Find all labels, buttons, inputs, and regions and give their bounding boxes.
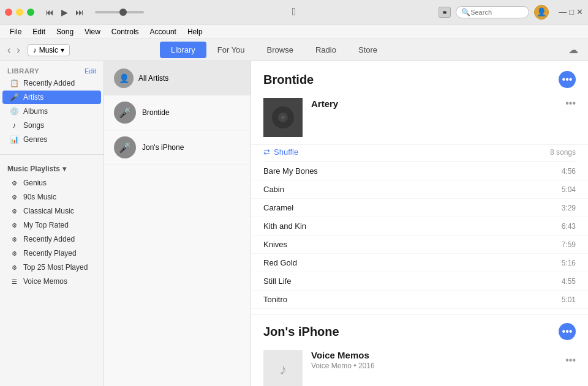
- 90s-music-icon: ⚙: [10, 193, 18, 201]
- close-button[interactable]: [5, 9, 12, 16]
- artery-song-count: 8 songs: [550, 148, 576, 157]
- menu-view[interactable]: View: [80, 26, 105, 37]
- brontide-title: Brontide: [263, 73, 314, 87]
- sidebar-item-classical-music[interactable]: ⚙ Classical Music: [2, 204, 101, 218]
- sidebar-divider: [0, 154, 104, 155]
- albums-icon: 💿: [10, 107, 18, 116]
- sidebar-item-voice-memos[interactable]: ☰ Voice Memos: [2, 275, 101, 288]
- voice-memos-label: Voice Memos: [23, 277, 67, 286]
- sidebar-item-90s-music[interactable]: ⚙ 90s Music: [2, 190, 101, 204]
- back-button[interactable]: ‹: [5, 45, 13, 56]
- song-duration: 7:59: [562, 240, 576, 249]
- sidebar-item-top-25[interactable]: ⚙ Top 25 Most Played: [2, 261, 101, 274]
- rewind-button[interactable]: ⏮: [44, 6, 55, 18]
- sidebar-item-genres[interactable]: 📊 Genres: [2, 133, 101, 146]
- artery-song-list: Bare My Bones 4:56 Cabin 5:04 Caramel 3:…: [251, 162, 588, 309]
- tab-browse[interactable]: Browse: [256, 42, 304, 58]
- tab-for-you[interactable]: For You: [206, 42, 256, 58]
- voice-memos-subtitle: Voice Memo • 2016: [311, 362, 375, 370]
- song-row-red-gold[interactable]: Red Gold 5:16: [251, 254, 588, 272]
- recently-added-pl-label: Recently Added: [23, 235, 75, 243]
- song-name: Red Gold: [263, 258, 297, 267]
- song-row-caramel[interactable]: Caramel 3:29: [251, 199, 588, 217]
- songs-icon: ♪: [10, 121, 18, 130]
- voice-memos-title: Voice Memos: [311, 350, 375, 360]
- edit-button[interactable]: Edit: [85, 67, 96, 75]
- jons-iphone-more-button[interactable]: •••: [559, 323, 576, 340]
- fast-forward-button[interactable]: ⏭: [74, 6, 85, 18]
- artery-shuffle-button[interactable]: ⇄ Shuffle: [263, 147, 298, 157]
- genius-icon: ⚙: [10, 179, 18, 187]
- tab-library[interactable]: Library: [160, 42, 206, 58]
- song-row-cabin[interactable]: Cabin 5:04: [251, 180, 588, 199]
- song-duration: 4:56: [562, 167, 576, 176]
- os-maximize-button[interactable]: □: [569, 7, 574, 17]
- search-input[interactable]: [470, 9, 524, 16]
- sidebar-item-recently-played[interactable]: ⚙ Recently Played: [2, 247, 101, 260]
- view-toggle-button[interactable]: ≡: [439, 7, 451, 18]
- song-name: Bare My Bones: [263, 166, 318, 176]
- music-note-icon: ♪: [33, 46, 37, 54]
- sidebar-item-recently-added-pl[interactable]: ⚙ Recently Added: [2, 232, 101, 246]
- search-box[interactable]: 🔍: [456, 6, 529, 18]
- artery-more-button[interactable]: •••: [565, 98, 576, 109]
- genius-label: Genius: [23, 179, 47, 187]
- minimize-button[interactable]: [16, 9, 23, 16]
- music-selector[interactable]: ♪ Music ▾: [28, 44, 70, 56]
- sidebar-item-songs[interactable]: ♪ Songs: [2, 119, 101, 132]
- maximize-button[interactable]: [27, 9, 34, 16]
- voice-memos-title-row: Voice Memos Voice Memo • 2016 •••: [311, 350, 576, 370]
- song-name: Tonitro: [263, 295, 287, 304]
- play-button[interactable]: ▶: [60, 6, 69, 18]
- forward-button[interactable]: ›: [14, 45, 22, 56]
- song-row-kith-and-kin[interactable]: Kith and Kin 6:43: [251, 217, 588, 236]
- tab-store[interactable]: Store: [347, 42, 388, 58]
- all-artists-header[interactable]: 👤 All Artists: [104, 61, 251, 95]
- svg-point-3: [281, 116, 285, 119]
- apple-logo: : [292, 6, 296, 18]
- menu-song[interactable]: Song: [51, 26, 78, 37]
- voice-memos-album-art: ♪: [263, 350, 303, 386]
- song-row-still-life[interactable]: Still Life 4:55: [251, 272, 588, 291]
- progress-bar[interactable]: [95, 11, 144, 13]
- tab-radio[interactable]: Radio: [304, 42, 347, 58]
- menu-account[interactable]: Account: [145, 26, 181, 37]
- music-selector-label: Music: [39, 46, 58, 54]
- os-close-button[interactable]: ✕: [576, 7, 583, 17]
- artist-row-jons-iphone[interactable]: 🎤 Jon's iPhone: [104, 130, 251, 165]
- jons-iphone-section-header: Jon's iPhone •••: [251, 314, 588, 345]
- brontide-more-button[interactable]: •••: [559, 71, 576, 88]
- jons-iphone-initial: 🎤: [119, 142, 131, 154]
- all-artists-label: All Artists: [138, 74, 168, 83]
- playlists-label: Music Playlists: [7, 165, 60, 173]
- transport-controls: ⏮ ▶ ⏭: [44, 6, 144, 18]
- menu-controls[interactable]: Controls: [107, 26, 144, 37]
- playlists-header[interactable]: Music Playlists ▾: [0, 162, 104, 176]
- menu-help[interactable]: Help: [183, 26, 208, 37]
- sidebar-item-recently-added[interactable]: 📋 Recently Added: [2, 76, 101, 90]
- artist-row-brontide[interactable]: 🎤 Brontide: [104, 95, 251, 130]
- library-header: Library Edit: [0, 66, 104, 76]
- voice-memos-more-button[interactable]: •••: [565, 355, 576, 366]
- jons-iphone-avatar: 🎤: [114, 136, 136, 158]
- sidebar-item-genius[interactable]: ⚙ Genius: [2, 176, 101, 190]
- menu-edit[interactable]: Edit: [28, 26, 50, 37]
- account-button[interactable]: 👤: [534, 5, 549, 20]
- sidebar-item-my-top-rated[interactable]: ⚙ My Top Rated: [2, 218, 101, 232]
- menu-file[interactable]: File: [5, 26, 26, 37]
- recently-played-icon: ⚙: [10, 249, 18, 258]
- genres-icon: 📊: [10, 135, 18, 144]
- 90s-music-label: 90s Music: [23, 193, 56, 201]
- os-minimize-button[interactable]: —: [559, 7, 567, 17]
- sidebar-item-artists[interactable]: 🎤 Artists: [2, 91, 101, 104]
- sidebar-item-albums[interactable]: 💿 Albums: [2, 105, 101, 118]
- song-row-knives[interactable]: Knives 7:59: [251, 236, 588, 254]
- song-duration: 5:16: [562, 259, 576, 267]
- shuffle-icon: ⇄: [263, 147, 270, 157]
- library-section: Library Edit 📋 Recently Added 🎤 Artists …: [0, 61, 104, 152]
- artery-album-image: [263, 98, 303, 137]
- song-row-bare-my-bones[interactable]: Bare My Bones 4:56: [251, 162, 588, 180]
- chevron-down-icon: ▾: [61, 46, 64, 54]
- song-row-tonitro[interactable]: Tonitro 5:01: [251, 291, 588, 309]
- top-25-label: Top 25 Most Played: [23, 263, 88, 272]
